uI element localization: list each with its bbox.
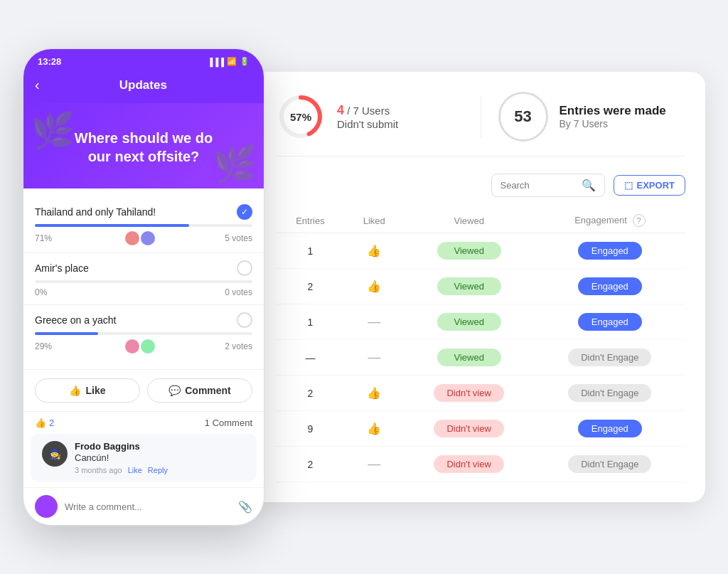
- cell-viewed-0: Viewed: [404, 233, 535, 269]
- summary-left: 57% 4 / 7 Users Didn't submit: [276, 92, 464, 142]
- poll-pct-3: 29%: [35, 341, 55, 351]
- poll-avatar-1a: [125, 231, 139, 245]
- poll-bar-3-track: [35, 332, 252, 335]
- comment-item: 🧙 Frodo Baggins Cancún! 3 months ago Lik…: [42, 441, 245, 474]
- col-engagement: Engagement ?: [535, 208, 685, 233]
- summary-text: 4 / 7 Users Didn't submit: [337, 103, 398, 130]
- poll-bar-1-fill: [35, 224, 189, 227]
- comment-button[interactable]: 💬 Comment: [147, 378, 252, 403]
- comment-reply-action[interactable]: Reply: [148, 466, 168, 474]
- table-header-row: Entries Liked Viewed Engagement ?: [276, 208, 685, 233]
- banner-decoration-right: 🌿: [213, 144, 257, 185]
- poll-option-1-meta: 71% 5 votes: [35, 231, 252, 245]
- cell-viewed-3: Viewed: [404, 340, 535, 376]
- entries-text: Entries were made By 7 Users: [560, 104, 666, 129]
- cell-viewed-4: Didn't view: [404, 376, 535, 411]
- attach-icon[interactable]: 📎: [238, 500, 252, 514]
- like-button[interactable]: 👍 Like: [35, 378, 140, 403]
- cell-entries-4: 2: [276, 376, 345, 411]
- cell-liked-3: —: [345, 340, 404, 376]
- phone-stats: 👍 2 1 Comment: [23, 412, 264, 434]
- cell-engagement-5: Engaged: [535, 411, 685, 447]
- poll-option-2-radio[interactable]: [237, 260, 252, 276]
- comment-label: Comment: [185, 385, 231, 396]
- comment-like-action[interactable]: Like: [128, 466, 142, 474]
- viewed-badge-5: Didn't view: [434, 420, 503, 437]
- poll-option-3[interactable]: Greece on a yacht 29% 2 votes: [23, 305, 264, 361]
- users-label: Didn't submit: [337, 118, 398, 130]
- comment-meta: 3 months ago Like Reply: [75, 466, 245, 474]
- search-box[interactable]: 🔍: [491, 174, 605, 197]
- dash-icon: —: [368, 457, 380, 471]
- poll-avatars-3: [125, 339, 155, 354]
- poll-option-1-name: Thailand and only Tahiland!: [35, 206, 156, 218]
- phone-actions: 👍 Like 💬 Comment: [23, 369, 264, 412]
- col-entries: Entries: [276, 208, 345, 233]
- cell-entries-0: 1: [276, 233, 345, 269]
- entries-circle: 53: [498, 92, 548, 142]
- poll-option-1[interactable]: Thailand and only Tahiland! ✓ 71% 5 vote…: [23, 197, 264, 253]
- entries-sub: By 7 Users: [560, 118, 666, 129]
- engagement-badge-1: Engaged: [578, 277, 642, 295]
- poll-pct-1: 71%: [35, 233, 55, 243]
- cell-engagement-3: Didn't Engage: [535, 340, 685, 376]
- table-body: 1👍ViewedEngaged2👍ViewedEngaged1—ViewedEn…: [276, 233, 685, 482]
- cell-engagement-1: Engaged: [535, 269, 685, 304]
- comment-icon: 💬: [168, 385, 181, 396]
- poll-option-2-meta: 0% 0 votes: [35, 287, 252, 297]
- viewed-badge-1: Viewed: [437, 277, 501, 295]
- cell-liked-1: 👍: [345, 269, 404, 304]
- battery-icon: 🔋: [240, 57, 250, 66]
- engagement-badge-4: Didn't Engage: [568, 384, 651, 402]
- engagement-help-icon[interactable]: ?: [633, 214, 646, 227]
- poll-bar-2-track: [35, 280, 252, 283]
- table-row: 1—ViewedEngaged: [276, 304, 685, 340]
- thumb-up-icon: 👍: [367, 280, 381, 292]
- donut-label: 57%: [290, 111, 311, 123]
- signal-icon: ▐▐▐: [208, 58, 224, 66]
- cell-viewed-5: Didn't view: [404, 411, 535, 447]
- cell-viewed-1: Viewed: [404, 269, 535, 304]
- search-input[interactable]: [500, 180, 576, 191]
- cell-liked-2: —: [345, 304, 404, 340]
- dash-icon: —: [368, 350, 380, 364]
- viewed-badge-3: Viewed: [437, 349, 501, 366]
- table-row: 9👍Didn't viewEngaged: [276, 411, 685, 447]
- cell-entries-3: —: [276, 340, 345, 376]
- cell-engagement-2: Engaged: [535, 304, 685, 340]
- commenter-avatar: 🧙: [42, 441, 68, 467]
- dash-toolbar: 🔍 ⬚ EXPORT: [276, 174, 685, 197]
- cell-entries-5: 9: [276, 411, 345, 447]
- export-button[interactable]: ⬚ EXPORT: [614, 175, 685, 196]
- cell-entries-2: 1: [276, 304, 345, 340]
- wifi-icon: 📶: [227, 57, 237, 66]
- export-label: EXPORT: [637, 180, 675, 191]
- cell-engagement-4: Didn't Engage: [535, 376, 685, 411]
- phone-banner: 🌿 Where should we do our next offsite? 🌿: [23, 103, 264, 188]
- back-button[interactable]: ‹: [35, 77, 40, 93]
- phone-screen-title: Updates: [48, 78, 238, 92]
- table-row: 2👍Didn't viewDidn't Engage: [276, 376, 685, 411]
- cell-entries-6: 2: [276, 447, 345, 482]
- cell-viewed-2: Viewed: [404, 304, 535, 340]
- cell-liked-4: 👍: [345, 376, 404, 411]
- comments-count: 1 Comment: [205, 418, 252, 428]
- summary-row: 57% 4 / 7 Users Didn't submit 53 Entries…: [276, 92, 685, 156]
- poll-option-2[interactable]: Amir's place 0% 0 votes: [23, 253, 264, 305]
- likes-thumb-icon: 👍: [35, 418, 46, 428]
- cell-engagement-0: Engaged: [535, 233, 685, 269]
- poll-pct-2: 0%: [35, 287, 55, 297]
- poll-option-1-radio[interactable]: ✓: [237, 204, 252, 220]
- input-user-avatar: [35, 495, 58, 518]
- export-icon: ⬚: [624, 180, 633, 191]
- status-time: 13:28: [38, 56, 61, 67]
- summary-right: 53 Entries were made By 7 Users: [498, 92, 686, 142]
- comment-input-field[interactable]: [65, 501, 231, 512]
- poll-votes-1: 5 votes: [225, 233, 252, 243]
- poll-options-list: Thailand and only Tahiland! ✓ 71% 5 vote…: [23, 188, 264, 369]
- poll-option-3-radio[interactable]: [237, 312, 252, 328]
- poll-votes-3: 2 votes: [225, 341, 252, 351]
- search-icon: 🔍: [582, 179, 596, 192]
- users-highlight: 4: [337, 103, 344, 117]
- engagement-badge-3: Didn't Engage: [568, 349, 651, 366]
